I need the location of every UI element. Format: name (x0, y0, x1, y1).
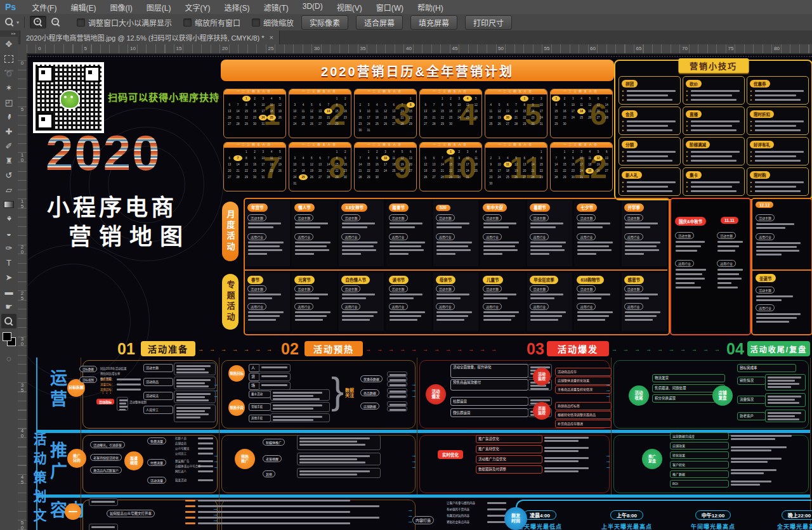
flow-arrows-icon: →→→ (605, 453, 611, 470)
eraser-tool[interactable]: ▱ (1, 183, 16, 197)
phase-number-03: 03 (527, 341, 544, 356)
text-自媒体或公众号合作: 自媒体或公众号合作 (175, 464, 201, 468)
checkbox-1[interactable]: 缩放所有窗口 (183, 17, 240, 28)
shape-tool[interactable]: ▬ (1, 285, 16, 299)
box-数据跟踪及时调整: 数据跟踪及时调整 (476, 465, 542, 474)
event-tag: 12.12 (756, 202, 773, 208)
menu-选择(S)[interactable]: 选择(S) (217, 2, 256, 13)
text-有趣又好玩的内容: 有趣又好玩的内容 (447, 514, 469, 517)
monthly-event-暑期节: 暑期节活动主题适用行业 (527, 200, 572, 266)
lasso-tool[interactable]: ➰ (1, 66, 16, 81)
menu-编辑(E)[interactable]: 编辑(E) (63, 2, 103, 13)
calendar-month-10: 一二三四五六日101234567891011121314151617181920… (419, 142, 482, 191)
ruler-corner (18, 44, 27, 54)
crop-tool[interactable]: ◰ (1, 95, 16, 110)
button-填充屏幕[interactable]: 填充屏幕 (410, 15, 457, 30)
row-label-promotion: 推广 (48, 441, 65, 483)
row-separator (37, 494, 811, 498)
phase-label-02: 活动预热 (304, 341, 363, 356)
event-tag: 白色情人节 (341, 276, 370, 284)
menu-文件(F)[interactable]: 文件(F) (25, 2, 63, 13)
gradient-tool[interactable] (1, 197, 16, 212)
document-tab[interactable]: 2020小程序电商营销地图.jpg @ 12.5% (扫码可以获得小程序扶持, … (20, 30, 280, 44)
time-slot-晚上22:00: 晚上22:00全天曝光最高点 (757, 508, 812, 530)
zoom-tool[interactable] (1, 314, 16, 328)
wechat-icon (60, 90, 80, 109)
hand-tool[interactable]: ☛ (1, 299, 16, 314)
eyedropper-tool[interactable]: ✒ (1, 110, 16, 124)
magic-wand-tool[interactable]: ✶ (1, 81, 16, 95)
poster-year: 2020 (46, 128, 161, 178)
button-打印尺寸[interactable]: 打印尺寸 (465, 15, 512, 30)
node-页面监控: 页面监控 (533, 402, 551, 420)
marketing-tips-panel: 营销小技巧 拼团▸▸▸砍价▸▸▸优惠券▸▸▸会员▸▸▸直播▸▸▸限时折扣▸▸▸分… (614, 60, 812, 200)
special-event-儿童节: 儿童节活动主题适用行业 (480, 273, 525, 331)
history-brush-tool[interactable]: ↺ (1, 168, 16, 183)
menu-滤镜(T)[interactable]: 滤镜(T) (256, 2, 295, 13)
panel-collapse-icon[interactable]: ▸▸ (0, 30, 18, 37)
tip-card-直播: 直播▸▸▸ (683, 107, 745, 135)
calendar-month-8: 一二三四五六日812345678910111213141516171819202… (289, 142, 351, 191)
special-event-618购物节: 618购物节活动主题适用行业 (574, 273, 619, 331)
box-活动推广力度优化: 活动推广力度优化 (476, 455, 542, 463)
quick-mask-icon[interactable]: ◌ (1, 351, 16, 366)
move-tool[interactable]: ✥ (1, 37, 16, 51)
menu-文字(Y)[interactable]: 文字(Y) (178, 2, 217, 13)
box-社群运营: 社群运营 (450, 397, 528, 406)
text-公司员工: 公司员工 (175, 451, 187, 455)
tip-card-限时折扣: 限时折扣▸▸▸ (747, 107, 809, 135)
event-tag: 618购物节 (577, 276, 603, 284)
color-swatches[interactable] (0, 330, 18, 351)
checkbox-0[interactable]: 调整窗口大小以满屏显示 (77, 17, 172, 28)
special-event-读书节: 读书节活动主题适用行业 (386, 273, 431, 331)
healing-brush-tool[interactable]: ✚ (1, 124, 16, 139)
box-其他手段: 其他手段 (249, 415, 271, 422)
event-tag: 3.8女神节 (341, 204, 367, 212)
button-适合屏幕[interactable]: 适合屏幕 (356, 15, 403, 30)
box-热销商品打标签: 热销商品打标签 (555, 402, 612, 410)
brush-tool[interactable]: ✐ (1, 139, 16, 153)
tip-card-label: 拼团 (622, 80, 638, 87)
phase-number-02: 02 (281, 341, 299, 356)
blur-tool[interactable]: ♠ (1, 212, 16, 226)
monthly-event-七夕节: 七夕节活动主题适用行业 (574, 200, 619, 266)
path-selection-tool[interactable]: ➤ (1, 270, 16, 285)
tip-card-会员: 会员▸▸▸ (619, 107, 681, 135)
zoom-in-button[interactable]: + (30, 16, 46, 29)
text-有价值的干货内容: 有价值的干货内容 (447, 507, 469, 511)
box-运营数据完成度: 运营数据完成度 (670, 432, 729, 440)
tab-close-icon[interactable]: × (269, 34, 273, 41)
event-tag: 圣诞节 (756, 274, 776, 282)
text-}: } (331, 369, 344, 413)
menu-视图(V)[interactable]: 视图(V) (330, 2, 369, 13)
pen-tool[interactable]: ✑ (1, 241, 16, 255)
marquee-tool[interactable] (1, 51, 16, 66)
detail-box (117, 397, 128, 411)
tool-preset-caret[interactable]: ▾ (16, 20, 19, 25)
special-event-白色情人节: 白色情人节活动主题适用行业 (339, 273, 384, 331)
tip-card-label: 好评有礼 (750, 141, 774, 148)
menu-图层(L)[interactable]: 图层(L) (140, 2, 178, 13)
detail-box (387, 388, 407, 393)
zoom-out-button[interactable]: − (48, 16, 64, 29)
menu-帮助(H)[interactable]: 帮助(H) (410, 2, 450, 13)
node-decor (65, 503, 81, 520)
node-活动爆发: 活动爆发 (426, 384, 446, 404)
clone-stamp-tool[interactable]: ♜ (1, 153, 16, 168)
pill-商品数据: 商品数据 (360, 389, 379, 396)
box-推广数据: 推广数据 (670, 470, 729, 478)
box-活动全面放量，提升转化: 活动全面放量，提升转化 (450, 364, 528, 378)
tip-card-砍价: 砍价▸▸▸ (683, 76, 745, 105)
scan-caption: 扫码可以获得小程序扶持 (108, 90, 219, 103)
dodge-tool[interactable]: ◒ (1, 226, 16, 241)
foreground-color-swatch[interactable] (3, 332, 11, 341)
menu-图像(I)[interactable]: 图像(I) (103, 2, 139, 13)
text-活动整体规划: 活动整体规划 (129, 400, 147, 404)
flow-arrows-icon: →→→ (213, 453, 219, 470)
menu-窗口(W)[interactable]: 窗口(W) (369, 2, 410, 13)
button-实际像素[interactable]: 实际像素 (301, 15, 348, 30)
menu-3D(D)[interactable]: 3D(D) (296, 2, 330, 13)
box-活动商品: 活动商品 (143, 378, 173, 386)
type-tool[interactable]: T (1, 255, 16, 270)
checkbox-2[interactable]: 细微缩放 (252, 17, 294, 28)
